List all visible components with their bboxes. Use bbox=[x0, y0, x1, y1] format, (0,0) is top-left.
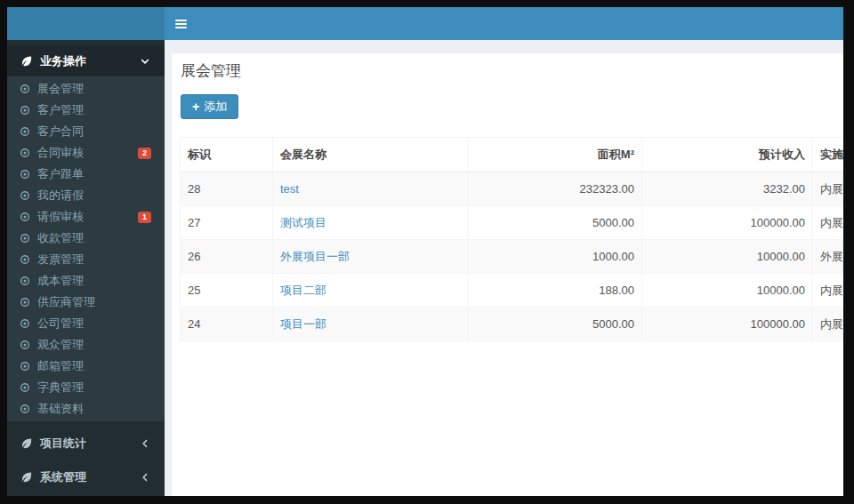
cell-income: 100000.00 bbox=[642, 308, 813, 341]
dot-circle-icon bbox=[20, 404, 30, 414]
cell-id: 26 bbox=[181, 240, 273, 274]
add-button[interactable]: + 添加 bbox=[181, 94, 238, 119]
table-row: 26 外展项目一部 1000.00 10000.00 外展项目 bbox=[181, 240, 844, 274]
exhibition-link[interactable]: 外展项目一部 bbox=[280, 250, 350, 263]
dot-circle-icon bbox=[20, 190, 30, 201]
dot-circle-icon bbox=[20, 84, 30, 94]
sidebar-item-label: 客户合同 bbox=[37, 124, 84, 139]
sidebar-item-customer-follow-up[interactable]: 客户跟单 bbox=[7, 164, 165, 185]
sidebar-item-company-management[interactable]: 公司管理 bbox=[7, 313, 165, 334]
sidebar-item-exhibition-management[interactable]: 展会管理 bbox=[7, 78, 165, 100]
dot-circle-icon bbox=[20, 318, 30, 329]
cell-department: 内展项目 bbox=[813, 274, 844, 308]
sidebar-toggle-button[interactable] bbox=[165, 7, 197, 40]
table-row: 24 项目一部 5000.00 100000.00 内展项目 bbox=[181, 308, 844, 341]
exhibition-management-panel: 展会管理 + 添加 标识 会展名称 面积M² 预计收入 实施部门 bbox=[172, 53, 843, 496]
table-row: 27 测试项目 5000.00 100000.00 内展项目 bbox=[181, 206, 844, 240]
column-header-name: 会展名称 bbox=[273, 138, 469, 172]
exhibition-link[interactable]: 测试项目 bbox=[280, 216, 326, 229]
cell-id: 24 bbox=[181, 308, 273, 341]
sidebar-item-contract-review[interactable]: 合同审核 2 bbox=[7, 142, 165, 164]
cell-area: 1000.00 bbox=[469, 240, 642, 274]
dot-circle-icon bbox=[20, 382, 30, 393]
cell-department: 内展项目 bbox=[813, 172, 844, 206]
notification-badge: 1 bbox=[138, 212, 151, 223]
section-label: 系统管理 bbox=[40, 471, 86, 484]
logo-area[interactable] bbox=[7, 7, 165, 40]
topbar bbox=[165, 7, 843, 40]
cell-department: 内展项目 bbox=[813, 308, 844, 341]
hamburger-icon bbox=[175, 18, 187, 30]
sidebar-item-label: 收款管理 bbox=[37, 231, 84, 245]
leaf-icon bbox=[20, 471, 33, 484]
section-label: 业务操作 bbox=[40, 55, 86, 68]
sidebar-item-label: 字典管理 bbox=[37, 380, 84, 395]
dot-circle-icon bbox=[20, 340, 30, 350]
content-area: 展会管理 + 添加 标识 会展名称 面积M² 预计收入 实施部门 bbox=[165, 40, 843, 496]
sidebar-item-label: 请假审核 bbox=[37, 210, 84, 224]
dot-circle-icon bbox=[20, 148, 30, 158]
plus-icon: + bbox=[192, 101, 199, 113]
sidebar-item-customer-management[interactable]: 客户管理 bbox=[7, 100, 165, 121]
dot-circle-icon bbox=[20, 233, 30, 244]
cell-area: 5000.00 bbox=[469, 206, 642, 240]
notification-badge: 2 bbox=[138, 148, 151, 159]
dot-circle-icon bbox=[20, 276, 30, 286]
column-header-income: 预计收入 bbox=[642, 138, 813, 172]
table-row: 25 项目二部 188.00 10000.00 内展项目 bbox=[181, 274, 844, 308]
dot-circle-icon bbox=[20, 105, 30, 116]
dot-circle-icon bbox=[20, 361, 30, 372]
exhibition-link[interactable]: 项目二部 bbox=[280, 284, 326, 297]
column-header-id: 标识 bbox=[181, 138, 273, 172]
app-window: 业务操作 展会管理 客户管理 客户合同 bbox=[7, 7, 843, 496]
cell-department: 外展项目 bbox=[813, 240, 844, 274]
sidebar-item-payment-management[interactable]: 收款管理 bbox=[7, 228, 165, 249]
sidebar-item-label: 我的请假 bbox=[37, 188, 84, 203]
sidebar-item-customer-contract[interactable]: 客户合同 bbox=[7, 121, 165, 142]
cell-area: 188.00 bbox=[469, 274, 642, 308]
chevron-left-icon bbox=[140, 472, 150, 483]
sidebar-section-business-operations[interactable]: 业务操作 bbox=[7, 46, 165, 76]
cell-area: 5000.00 bbox=[469, 308, 642, 341]
leaf-icon bbox=[20, 55, 33, 68]
cell-id: 25 bbox=[181, 274, 273, 308]
exhibition-link[interactable]: 项目一部 bbox=[280, 317, 326, 331]
sidebar-item-label: 发票管理 bbox=[37, 252, 84, 267]
sidebar-item-supplier-management[interactable]: 供应商管理 bbox=[7, 292, 165, 313]
dot-circle-icon bbox=[20, 212, 30, 222]
section-label: 项目统计 bbox=[40, 437, 86, 450]
sidebar-item-label: 观众管理 bbox=[37, 338, 84, 352]
chevron-down-icon bbox=[140, 56, 150, 67]
dot-circle-icon bbox=[20, 297, 30, 308]
sidebar-menu: 业务操作 展会管理 客户管理 客户合同 bbox=[7, 40, 165, 494]
cell-id: 27 bbox=[181, 206, 273, 240]
sidebar-item-basic-data[interactable]: 基础资料 bbox=[7, 398, 165, 420]
sidebar-item-label: 邮箱管理 bbox=[37, 359, 84, 373]
column-header-department: 实施部门 bbox=[813, 138, 844, 172]
sidebar-item-label: 客户管理 bbox=[37, 103, 84, 117]
sidebar-item-leave-review[interactable]: 请假审核 1 bbox=[7, 206, 165, 228]
cell-id: 28 bbox=[181, 172, 273, 206]
exhibition-table: 标识 会展名称 面积M² 预计收入 实施部门 28 test 232323.00… bbox=[180, 137, 843, 341]
sidebar-section-system-management[interactable]: 系统管理 bbox=[7, 460, 165, 494]
exhibition-link[interactable]: test bbox=[280, 182, 299, 196]
table-row: 28 test 232323.00 3232.00 内展项目 bbox=[181, 172, 844, 206]
sidebar-item-cost-management[interactable]: 成本管理 bbox=[7, 270, 165, 292]
cell-income: 100000.00 bbox=[642, 206, 813, 240]
page-title: 展会管理 bbox=[181, 63, 843, 79]
table-header-row: 标识 会展名称 面积M² 预计收入 实施部门 bbox=[181, 138, 844, 172]
submenu-business-operations: 展会管理 客户管理 客户合同 合同审核 2 客户跟单 bbox=[7, 76, 165, 421]
sidebar-item-mailbox-management[interactable]: 邮箱管理 bbox=[7, 356, 165, 377]
leaf-icon bbox=[20, 437, 33, 450]
cell-income: 3232.00 bbox=[642, 172, 813, 206]
cell-department: 内展项目 bbox=[813, 206, 844, 240]
cell-income: 10000.00 bbox=[642, 274, 813, 308]
sidebar-item-label: 基础资料 bbox=[37, 402, 84, 416]
sidebar-item-my-leave[interactable]: 我的请假 bbox=[7, 185, 165, 206]
sidebar-item-invoice-management[interactable]: 发票管理 bbox=[7, 249, 165, 270]
sidebar-item-audience-management[interactable]: 观众管理 bbox=[7, 334, 165, 356]
sidebar-item-dictionary-management[interactable]: 字典管理 bbox=[7, 377, 165, 398]
sidebar-item-label: 合同审核 bbox=[37, 146, 84, 160]
cell-income: 10000.00 bbox=[642, 240, 813, 274]
sidebar-section-project-statistics[interactable]: 项目统计 bbox=[7, 427, 165, 460]
